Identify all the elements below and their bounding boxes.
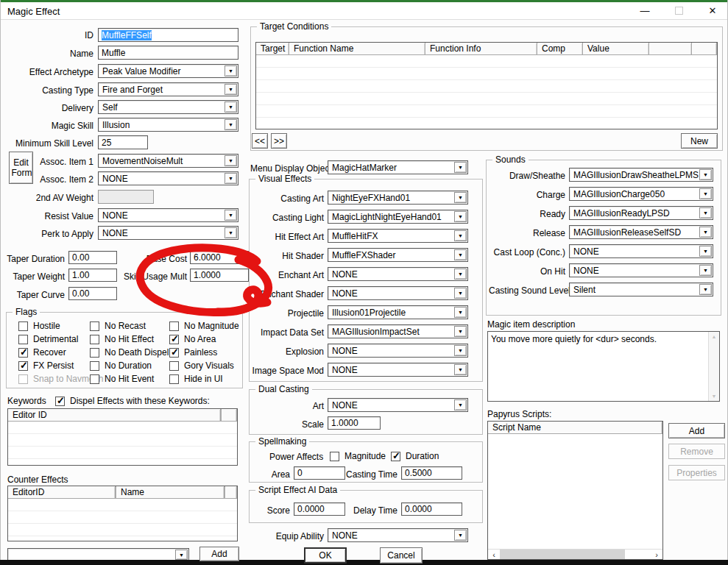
ready-combo[interactable]: MAGIllusionReadyLPSD▼	[569, 206, 713, 220]
chevron-down-icon[interactable]: ▼	[454, 364, 467, 375]
explosion-combo[interactable]: NONE▼	[328, 344, 468, 358]
assoc-item-2-combo[interactable]: NONE▼	[98, 171, 238, 185]
papyrus-scripts-list[interactable]: Script Name ‹ ›	[487, 421, 663, 560]
papyrus-add-button[interactable]: Add	[668, 423, 725, 438]
keywords-col-extra[interactable]	[221, 409, 237, 422]
area-input[interactable]	[294, 466, 345, 480]
menu-display-object-combo[interactable]: MagicHatMarker▼	[328, 160, 468, 174]
impact-data-set-combo[interactable]: MAGIllusionImpactSet▼	[328, 324, 468, 338]
keywords-list[interactable]: Editor ID	[7, 408, 238, 466]
flag-hostile[interactable]: Hostile	[18, 321, 60, 331]
chevron-down-icon[interactable]: ▼	[454, 326, 467, 337]
chevron-down-icon[interactable]: ▼	[454, 530, 467, 541]
checkbox[interactable]	[330, 452, 339, 461]
equip-ability-combo[interactable]: NONE▼	[328, 528, 468, 542]
chevron-down-icon[interactable]: ▼	[454, 269, 467, 280]
taper-curve-input[interactable]	[68, 287, 117, 300]
chevron-down-icon[interactable]: ▼	[225, 173, 237, 184]
keywords-col-editor-id[interactable]: Editor ID	[8, 409, 221, 422]
ok-button[interactable]: OK	[304, 547, 347, 564]
edit-form-button[interactable]: Edit Form	[9, 152, 33, 184]
flag-no-death-dispel[interactable]: No Death Dispel	[90, 347, 169, 358]
chevron-down-icon[interactable]: ▼	[454, 345, 467, 356]
close-button[interactable]: ✕	[700, 4, 725, 18]
conditions-col-extra2[interactable]	[692, 43, 717, 55]
flag-no-magnitude[interactable]: No Magnitude	[169, 321, 239, 331]
papyrus-rows[interactable]	[488, 434, 662, 549]
description-text[interactable]: You move more quietly for <dur> seconds.	[488, 332, 708, 401]
chevron-down-icon[interactable]: ▼	[454, 162, 467, 173]
conditions-prev-button[interactable]: <<	[252, 133, 268, 149]
min-skill-level-input[interactable]	[98, 135, 148, 149]
effect-archetype-combo[interactable]: Peak Value Modifier▼	[98, 64, 238, 78]
description-scrollbar[interactable]: ▲ ▼	[708, 332, 719, 401]
chevron-down-icon[interactable]: ▼	[454, 249, 467, 260]
chevron-down-icon[interactable]: ▼	[225, 227, 237, 238]
flag-fx-persist[interactable]: FX Persist	[18, 360, 74, 371]
conditions-table[interactable]: Target Function Name Function Info Comp …	[255, 42, 718, 129]
name-input[interactable]	[98, 46, 238, 60]
casting-art-combo[interactable]: NightEyeFXHand01▼	[328, 191, 468, 205]
charge-combo[interactable]: MAGIllusionCharge050▼	[569, 187, 713, 201]
checkbox[interactable]	[90, 348, 99, 358]
enchant-art-combo[interactable]: NONE▼	[328, 267, 468, 281]
conditions-next-button[interactable]: >>	[271, 133, 287, 149]
cancel-button[interactable]: Cancel	[380, 547, 423, 564]
scroll-right-icon[interactable]: ›	[651, 550, 662, 559]
conditions-col-value[interactable]: Value	[583, 43, 649, 55]
flag-detrimental[interactable]: Detrimental	[18, 334, 78, 344]
delay-time-input[interactable]	[401, 502, 462, 516]
counter-effects-list[interactable]: EditorID Name	[7, 486, 238, 541]
checkbox[interactable]	[18, 335, 28, 344]
checkbox[interactable]	[169, 335, 179, 344]
checkbox[interactable]	[90, 321, 99, 331]
hit-effect-art-combo[interactable]: MuffleHitFX▼	[328, 229, 468, 243]
checkbox[interactable]	[169, 361, 179, 371]
checkbox[interactable]	[169, 321, 179, 331]
release-combo[interactable]: MAGIllusionReleaseSelfSD▼	[569, 225, 713, 239]
chevron-down-icon[interactable]: ▼	[225, 84, 237, 95]
score-input[interactable]	[294, 502, 345, 516]
scroll-left-icon[interactable]: ‹	[488, 550, 500, 559]
conditions-col-function-name[interactable]: Function Name	[289, 43, 425, 55]
flag-hide-in-ui[interactable]: Hide in UI	[169, 374, 223, 384]
chevron-down-icon[interactable]: ▼	[225, 102, 237, 113]
casting-type-combo[interactable]: Fire and Forget▼	[98, 82, 238, 96]
base-cost-input[interactable]	[190, 251, 249, 264]
chevron-down-icon[interactable]: ▼	[454, 307, 467, 318]
flag-no-hit-event[interactable]: No Hit Event	[90, 374, 154, 384]
minimize-button[interactable]: —	[632, 4, 657, 18]
enchant-shader-combo[interactable]: NONE▼	[328, 286, 468, 300]
flag-no-duration[interactable]: No Duration	[90, 360, 152, 371]
flag-recover[interactable]: Recover	[18, 347, 66, 358]
checkbox[interactable]	[18, 361, 28, 371]
papyrus-col-script-name[interactable]: Script Name	[488, 422, 662, 434]
duration-checkbox-row[interactable]: Duration	[391, 451, 439, 461]
dual-scale-input[interactable]	[328, 416, 381, 430]
checkbox[interactable]	[391, 452, 400, 461]
casting-sound-level-combo[interactable]: Silent▼	[569, 282, 713, 296]
perk-to-apply-combo[interactable]: NONE▼	[98, 226, 238, 240]
skill-usage-mult-input[interactable]	[190, 269, 249, 282]
checkbox[interactable]	[169, 374, 179, 384]
magic-skill-combo[interactable]: Illusion▼	[98, 118, 238, 132]
counter-rows[interactable]	[8, 499, 237, 541]
flag-no-recast[interactable]: No Recast	[90, 321, 146, 331]
image-space-mod-combo[interactable]: NONE▼	[328, 363, 468, 377]
chevron-down-icon[interactable]: ▼	[699, 227, 712, 238]
keywords-rows[interactable]	[8, 422, 237, 465]
chevron-down-icon[interactable]: ▼	[699, 169, 712, 180]
conditions-col-target[interactable]: Target	[256, 43, 289, 55]
conditions-col-function-info[interactable]: Function Info	[425, 43, 537, 55]
chevron-down-icon[interactable]: ▼	[225, 210, 237, 221]
checkbox[interactable]	[90, 335, 99, 344]
counter-col-editorid[interactable]: EditorID	[8, 486, 116, 499]
dispel-effects-checkbox-row[interactable]: Dispel Effects with these Keywords:	[55, 396, 210, 406]
scrollbar-thumb[interactable]	[500, 550, 625, 559]
conditions-col-comp[interactable]: Comp	[537, 43, 583, 55]
chevron-down-icon[interactable]: ▼	[454, 288, 467, 299]
dual-art-combo[interactable]: NONE▼	[328, 398, 468, 412]
resist-value-combo[interactable]: NONE▼	[98, 208, 238, 222]
chevron-down-icon[interactable]: ▼	[454, 230, 467, 241]
conditions-new-button[interactable]: New	[681, 133, 718, 149]
